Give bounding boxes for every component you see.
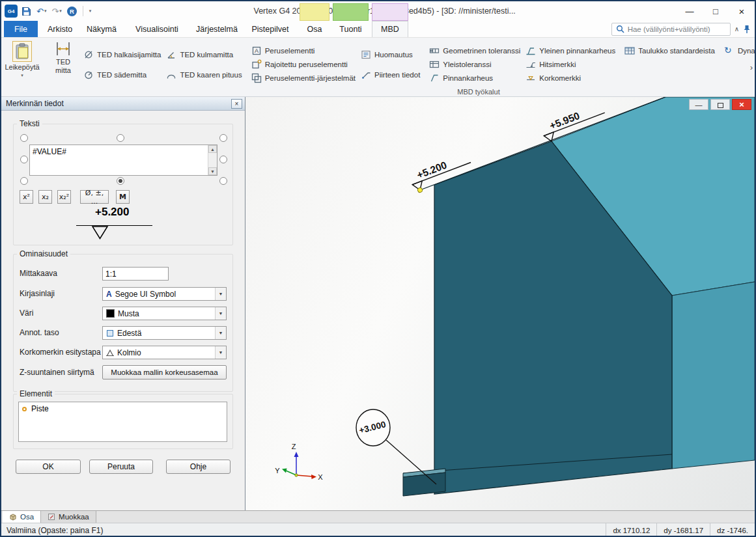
doc-tab-osa[interactable]: Osa bbox=[3, 511, 41, 523]
doc-tab-muokkaa[interactable]: Muokkaa bbox=[41, 511, 96, 523]
color-select[interactable]: Musta ▼ bbox=[102, 307, 227, 320]
ted-sademitta-button[interactable]: TED sädemitta bbox=[81, 68, 163, 81]
front-view-icon bbox=[106, 329, 114, 337]
ribbon-group-tolerances: Geometrinen toleranssi Yleistoleranssi P… bbox=[427, 38, 523, 84]
maximize-button[interactable]: □ bbox=[703, 1, 729, 21]
font-value: Segoe UI Symbol bbox=[115, 290, 176, 299]
scale-value: 1:1 bbox=[105, 269, 117, 279]
subscript-button[interactable]: x₂ bbox=[38, 190, 52, 204]
yleistoleranssi-button[interactable]: Yleistoleranssi bbox=[427, 58, 523, 70]
anchor-radio-middle-left[interactable] bbox=[20, 156, 28, 163]
redo-icon: ↷ bbox=[51, 7, 59, 16]
ribbon-pin-button[interactable] bbox=[743, 25, 751, 34]
save-button[interactable] bbox=[20, 4, 33, 18]
anchor-radio-bottom-center[interactable] bbox=[117, 177, 124, 185]
tab-mbd[interactable]: MBD bbox=[372, 21, 408, 37]
piirteen-tiedot-button[interactable]: Piirteen tiedot bbox=[358, 68, 423, 81]
restricted-datum-icon bbox=[251, 59, 262, 70]
tab-jarjestelma[interactable]: Järjestelmä bbox=[193, 21, 241, 37]
annotation-text-input[interactable]: #VALUE# ▲ ▼ bbox=[29, 145, 217, 176]
anchor-radio-bottom-left[interactable] bbox=[20, 177, 28, 185]
ribbon-collapse-button[interactable]: ∧ bbox=[735, 25, 739, 33]
dialog-titlebar[interactable]: Merkinnän tiedot × bbox=[1, 97, 245, 111]
surface-roughness-icon bbox=[429, 73, 440, 83]
minimize-button[interactable]: — bbox=[677, 1, 703, 21]
close-button[interactable]: × bbox=[729, 1, 755, 21]
dynaamis-button[interactable]: ↻ Dynaamis bbox=[721, 44, 756, 57]
hitsimerkki-button[interactable]: Hitsimerkki bbox=[523, 58, 618, 70]
tab-visualisointi[interactable]: Visualisointi bbox=[124, 21, 189, 37]
ribbon-overflow-button[interactable]: › bbox=[750, 62, 753, 72]
scroll-up-icon[interactable]: ▲ bbox=[208, 145, 217, 153]
viewport-close-button[interactable]: × bbox=[732, 99, 751, 110]
elevation-style-select[interactable]: Kolmio ▼ bbox=[102, 346, 227, 359]
tab-file[interactable]: File bbox=[4, 21, 38, 37]
status-bar: Valmiina (Opaste: paina F1) dx 1710.12 d… bbox=[1, 523, 755, 537]
pinnankarheus-button[interactable]: Pinnankarheus bbox=[427, 72, 523, 84]
tab-nakyma[interactable]: Näkymä bbox=[82, 21, 121, 37]
taulukko-standardeista-button[interactable]: Taulukko standardeista bbox=[622, 44, 718, 57]
font-select[interactable]: A Segoe UI Symbol ▼ bbox=[102, 287, 227, 301]
search-box[interactable]: Hae (välilyönti+välilyönti) bbox=[611, 23, 731, 36]
viewport-restore-button[interactable] bbox=[710, 99, 730, 110]
chevron-down-icon[interactable]: ▼ bbox=[215, 288, 226, 300]
tab-tuonti[interactable]: Tuonti bbox=[333, 21, 369, 37]
yleinen-pinnankarheus-button[interactable]: Yleinen pinnankarheus bbox=[523, 44, 618, 57]
ted-mitta-button[interactable]: TEDmitta bbox=[46, 38, 81, 74]
huomautus-button[interactable]: Huomautus bbox=[358, 48, 423, 61]
text-scrollbar[interactable]: ▲ ▼ bbox=[208, 145, 217, 175]
anchor-radio-middle-right[interactable] bbox=[219, 156, 227, 163]
undo-button[interactable]: ↶▾ bbox=[35, 4, 48, 18]
annotation-plane-select[interactable]: Edestä ▼ bbox=[102, 326, 227, 340]
paste-button[interactable]: Leikepöytä ▾ bbox=[3, 38, 42, 78]
tab-arkisto[interactable]: Arkisto bbox=[41, 21, 79, 37]
special-symbols-button[interactable]: Ø, ±, ... bbox=[80, 190, 109, 204]
peruselementti-button[interactable]: A Peruselementti bbox=[249, 44, 358, 57]
tab-pistepilvet[interactable]: Pistepilvet bbox=[244, 21, 296, 37]
model-right-face[interactable] bbox=[672, 282, 755, 469]
chevron-down-icon[interactable]: ▼ bbox=[215, 327, 226, 339]
tabrow-right-controls: Hae (välilyönti+välilyönti) ∧ bbox=[611, 21, 755, 37]
point-icon bbox=[22, 407, 27, 411]
scroll-down-icon[interactable]: ▼ bbox=[208, 167, 217, 175]
z-axis-arrow bbox=[294, 452, 299, 457]
anchor-radio-bottom-right[interactable] bbox=[219, 177, 227, 185]
scale-input[interactable]: 1:1 bbox=[102, 267, 169, 281]
ted-kaaren-pituus-button[interactable]: TED kaaren pituus bbox=[163, 68, 244, 81]
dialog-close-button[interactable]: × bbox=[231, 99, 242, 109]
ted-kulmamitta-button[interactable]: TED kulmamitta bbox=[163, 48, 244, 61]
3d-viewport[interactable]: — × bbox=[245, 97, 755, 510]
model-canvas[interactable]: +5.950 +5.200 +3.000 bbox=[245, 97, 755, 510]
chevron-down-icon[interactable]: ▼ bbox=[215, 307, 226, 320]
geometrinen-toleranssi-button[interactable]: Geometrinen toleranssi bbox=[427, 44, 523, 57]
chevron-down-icon[interactable]: ▼ bbox=[215, 346, 226, 359]
anchor-radio-top-left[interactable] bbox=[20, 134, 28, 142]
rajoitettu-peruselementti-button[interactable]: Rajoitettu peruselementti bbox=[249, 58, 358, 70]
tab-osa[interactable]: Osa bbox=[300, 21, 329, 37]
anchor-radio-top-center[interactable] bbox=[117, 134, 124, 142]
customize-toolbar-button[interactable]: ▾ bbox=[88, 4, 93, 18]
annotation-preview-line bbox=[76, 225, 152, 226]
superscript-button[interactable]: x² bbox=[20, 190, 33, 204]
list-item[interactable]: Piste bbox=[22, 404, 223, 413]
element-list[interactable]: Piste bbox=[18, 402, 227, 442]
normal-script-button[interactable]: x₂² bbox=[57, 190, 71, 204]
help-button[interactable]: Ohje bbox=[166, 460, 231, 474]
anchor-radio-top-right[interactable] bbox=[219, 134, 227, 142]
viewport-minimize-button[interactable]: — bbox=[689, 99, 708, 110]
redo-button[interactable]: ↷▾ bbox=[50, 4, 63, 18]
ted-halkaisijamitta-button[interactable]: TED halkaisijamitta bbox=[81, 48, 163, 61]
svg-text:A: A bbox=[255, 48, 259, 54]
search-icon bbox=[616, 25, 624, 33]
ok-button[interactable]: OK bbox=[16, 460, 81, 474]
measure-text-button[interactable]: M bbox=[116, 190, 130, 204]
dialog-body: Teksti #VALUE# ▲ ▼ x² x₂ x₂ bbox=[1, 111, 245, 510]
toolbar-separator bbox=[83, 6, 83, 16]
app-logo-icon[interactable]: G4 bbox=[5, 5, 18, 18]
peruselementti-jarjestelmat-button[interactable]: Peruselementti-järjestelmät bbox=[249, 72, 358, 84]
revision-button[interactable]: R bbox=[66, 4, 78, 18]
korkomerkki-button[interactable]: Korkomerkki bbox=[523, 72, 618, 84]
edit-model-elevation-button[interactable]: Muokkaa mallin korkeusasemaa bbox=[102, 365, 227, 379]
cancel-button[interactable]: Peruuta bbox=[89, 460, 153, 474]
x-axis-arrow bbox=[311, 475, 316, 479]
